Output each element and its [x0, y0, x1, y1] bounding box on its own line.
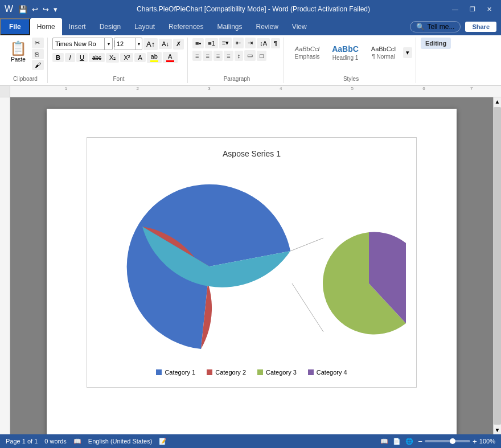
bullets-button[interactable]: ≡•: [192, 38, 204, 48]
font-group-label: Font: [50, 76, 187, 82]
status-left: Page 1 of 1 0 words 📖 English (United St…: [6, 438, 167, 445]
text-effect-button[interactable]: A: [134, 53, 145, 62]
chart-container: Aspose Series 1: [87, 137, 417, 388]
font-size-input[interactable]: [114, 40, 135, 47]
italic-button[interactable]: I: [65, 53, 75, 62]
scroll-thumb[interactable]: [494, 107, 501, 425]
legend-dot-cat1: [156, 369, 162, 375]
zoom-thumb[interactable]: [450, 438, 455, 444]
editing-label: Editing: [421, 38, 451, 49]
font-shrink-button[interactable]: A↓: [159, 39, 172, 49]
font-name-selector[interactable]: ▾: [52, 38, 113, 50]
font-color-button[interactable]: A: [163, 52, 178, 63]
cut-icon: ✂: [35, 39, 40, 47]
font-size-selector[interactable]: ▾: [114, 38, 142, 50]
line-spacing-button[interactable]: ↕: [235, 51, 244, 61]
styles-more-button[interactable]: ▾: [403, 47, 412, 58]
legend-dot-cat4: [308, 369, 314, 375]
increase-indent-button[interactable]: ⇥: [245, 38, 256, 48]
legend-label-cat4: Category 4: [317, 369, 347, 376]
style-normal[interactable]: AaBbCcI ¶ Normal: [365, 38, 402, 67]
styles-group-label: Styles: [286, 76, 416, 82]
redo-button[interactable]: ↪: [41, 5, 51, 14]
undo-button[interactable]: ↩: [30, 5, 40, 14]
web-layout-button[interactable]: 🌐: [405, 438, 413, 445]
tab-view[interactable]: View: [285, 18, 314, 35]
document-page: Aspose Series 1: [47, 109, 457, 434]
shading-button[interactable]: ▭: [244, 50, 256, 61]
minimize-button[interactable]: —: [447, 5, 463, 14]
highlight-button[interactable]: ab: [147, 52, 162, 63]
style-emphasis-label: Emphasis: [294, 54, 321, 60]
tab-design[interactable]: Design: [93, 18, 128, 35]
tab-file[interactable]: File: [0, 18, 30, 35]
editing-group-label: [418, 76, 454, 82]
font-name-dropdown[interactable]: ▾: [104, 38, 112, 50]
paste-button[interactable]: 📋 Paste: [6, 38, 31, 65]
tell-me-box[interactable]: 🔍 Tell me...: [410, 21, 461, 32]
zoom-slider[interactable]: [425, 440, 470, 442]
copy-button[interactable]: ⎘: [32, 49, 44, 59]
tab-review[interactable]: Review: [249, 18, 285, 35]
highlight-icon: ab: [151, 53, 158, 60]
tab-layout[interactable]: Layout: [128, 18, 162, 35]
strikethrough-button[interactable]: abc: [89, 53, 105, 62]
tab-references[interactable]: References: [162, 18, 210, 35]
bold-button[interactable]: B: [52, 53, 64, 62]
ruler-row: 1 2 3 4 5 6 7: [0, 86, 501, 97]
maximize-button[interactable]: ❐: [465, 5, 480, 14]
ruler-mark-1: 1: [65, 86, 67, 91]
vertical-ruler: [0, 97, 10, 434]
ruler-mark-3: 3: [208, 86, 210, 91]
scroll-down-button[interactable]: ▼: [494, 426, 501, 434]
cut-button[interactable]: ✂: [32, 38, 44, 48]
paragraph-group: ≡• ≡1 ≡▾ ⇤ ⇥ ↕A ¶ ≡ ≡ ≡ ≡ ↕ ▭ □: [190, 38, 284, 83]
multilevel-list-button[interactable]: ≡▾: [219, 38, 232, 48]
tab-mailings[interactable]: Mailings: [210, 18, 249, 35]
close-button[interactable]: ✕: [482, 5, 496, 14]
styles-group: AaBbCcI Emphasis AaBbC Heading 1 AaBbCcI…: [286, 38, 416, 83]
paste-icon: 📋: [10, 40, 27, 56]
style-emphasis-preview: AaBbCcI: [294, 46, 321, 52]
underline-button[interactable]: U: [76, 53, 88, 62]
align-left-button[interactable]: ≡: [192, 51, 202, 61]
ruler-scale: 1 2 3 4 5 6 7: [17, 86, 494, 97]
tab-home[interactable]: Home: [30, 18, 62, 35]
customize-qa-button[interactable]: ▾: [52, 5, 59, 14]
clear-formatting-button[interactable]: ✗: [173, 39, 184, 50]
share-button[interactable]: Share: [465, 22, 496, 32]
highlight-color-bar: [150, 60, 158, 62]
align-center-button[interactable]: ≡: [203, 51, 212, 61]
document-area[interactable]: Aspose Series 1: [10, 97, 493, 434]
style-heading1[interactable]: AaBbC Heading 1: [327, 38, 364, 67]
justify-button[interactable]: ≡: [224, 51, 233, 61]
sort-button[interactable]: ↕A: [257, 38, 270, 48]
font-color-bar: [166, 60, 174, 62]
vertical-scrollbar[interactable]: ▲ ▼: [493, 97, 501, 434]
print-layout-button[interactable]: 📄: [393, 438, 401, 445]
scroll-up-button[interactable]: ▲: [494, 97, 501, 106]
font-name-input[interactable]: [53, 40, 104, 47]
font-grow-button[interactable]: A↑: [143, 38, 158, 50]
main-area: Aspose Series 1: [0, 97, 501, 434]
superscript-button[interactable]: X²: [120, 53, 133, 62]
font-controls: ▾ ▾ A↑ A↓ ✗ B I U abc X₂: [52, 38, 184, 72]
align-right-button[interactable]: ≡: [213, 51, 223, 61]
zoom-out-button[interactable]: −: [418, 437, 422, 446]
numbering-button[interactable]: ≡1: [205, 38, 218, 48]
legend-label-cat1: Category 1: [165, 369, 195, 376]
read-mode-button[interactable]: 📖: [380, 438, 388, 445]
tab-insert[interactable]: Insert: [62, 18, 93, 35]
font-size-dropdown[interactable]: ▾: [135, 38, 142, 50]
decrease-indent-button[interactable]: ⇤: [233, 38, 244, 48]
subscript-button[interactable]: X₂: [106, 53, 119, 63]
show-marks-button[interactable]: ¶: [271, 38, 280, 48]
style-emphasis[interactable]: AaBbCcI Emphasis: [289, 38, 326, 67]
ruler-mark-6: 6: [422, 86, 425, 91]
format-painter-button[interactable]: 🖌: [32, 60, 44, 70]
zoom-in-button[interactable]: +: [473, 437, 477, 446]
save-button[interactable]: 💾: [17, 5, 29, 14]
ruler-corner: [0, 86, 10, 97]
borders-button[interactable]: □: [257, 51, 266, 61]
editing-buttons: Editing: [421, 38, 451, 58]
